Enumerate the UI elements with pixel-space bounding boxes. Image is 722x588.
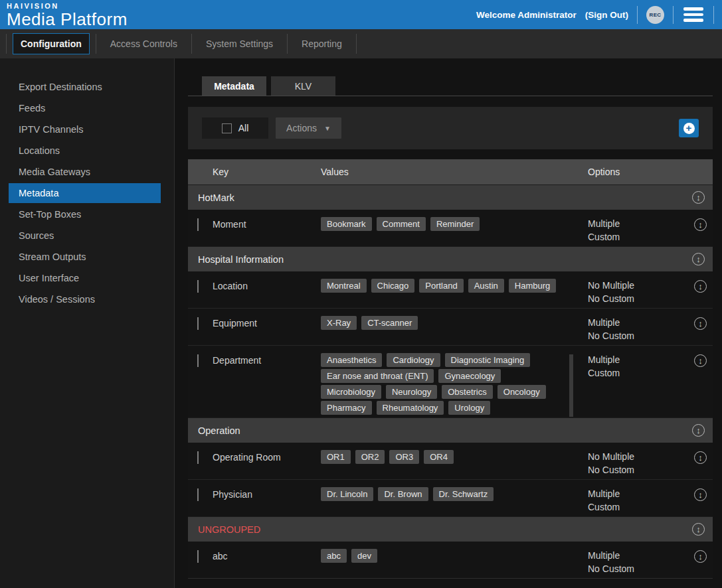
metadata-row-abc[interactable]: abcabcdevMultipleNo Custom↕ (188, 542, 713, 578)
select-all-control[interactable]: All (202, 117, 268, 139)
add-metadata-button[interactable]: + (679, 119, 699, 137)
move-icon[interactable]: ↕ (694, 488, 707, 501)
move-icon[interactable]: ↕ (692, 191, 705, 204)
row-checkbox[interactable] (197, 451, 199, 464)
metadata-row-operating-room[interactable]: Operating RoomOR1OR2OR3OR4No MultipleNo … (188, 443, 713, 479)
actions-dropdown[interactable]: Actions ▼ (276, 117, 341, 139)
sidebar-item-metadata[interactable]: Metadata (9, 183, 161, 203)
body-split: Export DestinationsFeedsIPTV ChannelsLoc… (0, 58, 722, 588)
option-multiple: Multiple (588, 487, 694, 500)
metadata-row-location[interactable]: LocationMontrealChicagoPortlandAustinHam… (188, 271, 713, 308)
metadata-row-equipment[interactable]: EquipmentX-RayCT-scannerMultipleNo Custo… (188, 308, 713, 345)
sidebar-item-media-gateways[interactable]: Media Gateways (0, 161, 174, 183)
brand-media-platform: Media Platform (7, 11, 128, 28)
row-checkbox[interactable] (197, 280, 199, 293)
values-scrollbar[interactable] (569, 354, 573, 417)
hamburger-menu-icon[interactable] (682, 7, 705, 23)
move-icon[interactable]: ↕ (694, 280, 707, 293)
value-tags: abcdev (321, 549, 564, 563)
row-icon-cell: ↕ (694, 353, 715, 367)
sign-out-link[interactable]: (Sign Out) (585, 10, 628, 20)
value-tags: AnaestheticsCardiologyDiagnostic Imaging… (321, 353, 564, 415)
value-tag-microbiology: Microbiology (321, 385, 381, 399)
value-tag-cardiology: Cardiology (387, 353, 440, 367)
value-tag-x-ray: X-Ray (321, 316, 357, 330)
sidebar-item-videos-sessions[interactable]: Videos / Sessions (0, 289, 174, 310)
group-row-hospital-information: Hospital Information↕ (188, 246, 713, 271)
move-icon[interactable]: ↕ (694, 354, 707, 367)
row-key: Location (213, 279, 321, 291)
option-no-custom: No Custom (588, 463, 694, 477)
row-checkbox[interactable] (197, 550, 199, 563)
main-content: MetadataKLV All Actions ▼ + Key (175, 58, 722, 588)
value-tag-austin: Austin (468, 279, 504, 293)
sidebar-item-user-interface[interactable]: User Interface (0, 267, 174, 289)
row-icon-cell: ↕ (694, 450, 715, 464)
header-right-cluster: Welcome Administrator (Sign Out) REC (476, 6, 714, 24)
move-icon[interactable]: ↕ (694, 218, 707, 231)
value-tag-gynaecology: Gynaecology (438, 369, 501, 383)
group-row-operation: Operation↕ (188, 417, 713, 443)
welcome-text: Welcome Administrator (476, 10, 577, 20)
sidebar-item-sources[interactable]: Sources (0, 225, 174, 246)
sidebar-item-set-top-boxes[interactable]: Set-Top Boxes (0, 204, 174, 225)
value-tag-dr-schwartz: Dr. Schwartz (433, 487, 494, 501)
metadata-row-department[interactable]: DepartmentAnaestheticsCardiologyDiagnost… (188, 345, 713, 417)
nav-divider (191, 34, 192, 54)
value-tags: MontrealChicagoPortlandAustinHamburg (321, 279, 564, 293)
value-tag-or1: OR1 (321, 450, 351, 464)
row-options: MultipleCustom (575, 217, 694, 244)
row-checkbox[interactable] (197, 354, 199, 367)
move-icon[interactable]: ↕ (694, 317, 707, 330)
plus-icon: + (683, 123, 695, 134)
value-tag-montreal: Montreal (321, 279, 367, 293)
sidebar-item-export-destinations[interactable]: Export Destinations (0, 76, 174, 98)
metadata-table-body: HotMark↕MomentBookmarkCommentReminderMul… (188, 184, 713, 578)
move-icon[interactable]: ↕ (692, 523, 705, 536)
nav-item-configuration[interactable]: Configuration (13, 33, 90, 54)
nav-item-reporting[interactable]: Reporting (294, 33, 350, 54)
value-tag-obstetrics: Obstetrics (442, 385, 493, 399)
move-icon[interactable]: ↕ (692, 424, 705, 437)
select-all-checkbox[interactable] (222, 123, 232, 133)
tab-metadata[interactable]: Metadata (202, 76, 266, 96)
nav-item-system-settings[interactable]: System Settings (198, 33, 281, 54)
rec-indicator-icon[interactable]: REC (646, 6, 664, 24)
sidebar-item-stream-outputs[interactable]: Stream Outputs (0, 246, 174, 267)
metadata-row-physician[interactable]: PhysicianDr. LincolnDr. BrownDr. Schwart… (188, 479, 713, 516)
row-checkbox[interactable] (197, 218, 199, 231)
header-divider (637, 6, 638, 24)
option-multiple: Multiple (588, 217, 694, 230)
row-check-cell (188, 450, 213, 464)
row-values: X-RayCT-scanner (321, 316, 575, 330)
nav-divider (6, 34, 7, 54)
row-values: OR1OR2OR3OR4 (321, 450, 575, 464)
value-tag-dr-lincoln: Dr. Lincoln (321, 487, 373, 501)
row-options: MultipleCustom (575, 353, 694, 380)
move-icon[interactable]: ↕ (692, 253, 705, 265)
sidebar-item-feeds[interactable]: Feeds (0, 98, 174, 119)
value-tag-urology: Urology (448, 401, 490, 415)
group-name: Operation (188, 425, 452, 436)
tab-klv[interactable]: KLV (271, 76, 335, 96)
sidebar-item-iptv-channels[interactable]: IPTV Channels (0, 119, 174, 140)
move-icon[interactable]: ↕ (694, 550, 707, 563)
option-multiple: Multiple (588, 549, 694, 562)
sidebar: Export DestinationsFeedsIPTV ChannelsLoc… (0, 58, 175, 588)
value-tags: X-RayCT-scanner (321, 316, 564, 330)
row-options: No MultipleNo Custom (575, 450, 694, 477)
value-tag-anaesthetics: Anaesthetics (321, 353, 382, 367)
sidebar-item-locations[interactable]: Locations (0, 140, 174, 161)
brand-logo[interactable]: HAIVISION Media Platform (7, 1, 128, 28)
value-tag-dr-brown: Dr. Brown (378, 487, 428, 501)
move-icon[interactable]: ↕ (694, 451, 707, 464)
header-divider (673, 6, 674, 24)
group-icon-cell: ↕ (452, 191, 713, 204)
group-icon-cell: ↕ (452, 253, 713, 265)
row-key: abc (213, 549, 321, 561)
row-checkbox[interactable] (197, 488, 199, 501)
row-checkbox[interactable] (197, 317, 199, 330)
metadata-row-moment[interactable]: MomentBookmarkCommentReminderMultipleCus… (188, 210, 713, 246)
nav-item-access-controls[interactable]: Access Controls (102, 33, 185, 54)
row-options: MultipleNo Custom (575, 549, 694, 575)
